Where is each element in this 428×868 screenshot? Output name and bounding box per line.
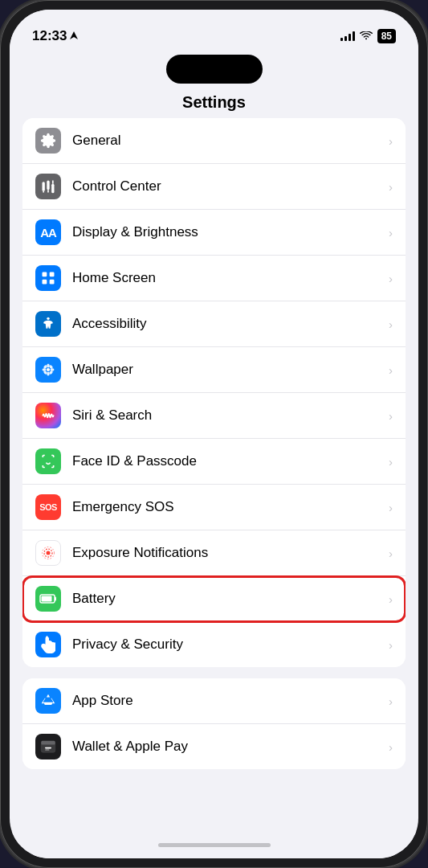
- general-chevron: ›: [389, 134, 393, 148]
- phone-frame: 12:33: [0, 0, 428, 868]
- exposure-icon-bg: [35, 540, 61, 566]
- row-display-brightness[interactable]: AA Display & Brightness ›: [22, 210, 406, 256]
- nav-bar: Settings: [10, 84, 418, 118]
- accessibility-icon-bg: [35, 311, 61, 337]
- svg-rect-2: [51, 184, 54, 194]
- row-battery[interactable]: Battery ›: [22, 576, 406, 622]
- control-center-label: Control Center: [72, 178, 389, 194]
- exposure-chevron: ›: [389, 547, 393, 560]
- row-wallpaper[interactable]: Wallpaper ›: [22, 347, 406, 393]
- accessibility-icon: [40, 316, 56, 332]
- svg-point-13: [47, 372, 49, 376]
- emergency-icon-bg: SOS: [35, 494, 61, 520]
- display-chevron: ›: [389, 226, 393, 240]
- display-icon: AA: [35, 219, 61, 245]
- wallpaper-chevron: ›: [389, 363, 393, 377]
- row-home-screen[interactable]: Home Screen ›: [22, 256, 406, 301]
- wallpaper-icon-bg: [35, 357, 61, 383]
- settings-content[interactable]: General › Cont: [10, 118, 418, 831]
- general-icon: [35, 128, 61, 154]
- control-center-chevron: ›: [389, 180, 393, 194]
- wallpaper-label: Wallpaper: [72, 362, 389, 378]
- face-id-chevron: ›: [389, 455, 393, 469]
- exposure-label: Exposure Notifications: [72, 545, 389, 561]
- phone-screen: 12:33: [10, 10, 418, 858]
- row-exposure[interactable]: Exposure Notifications ›: [22, 530, 406, 576]
- svg-rect-6: [43, 272, 47, 277]
- battery-label: Battery: [72, 591, 389, 607]
- row-siri[interactable]: Siri & Search ›: [22, 393, 406, 439]
- privacy-icon-bg: [35, 632, 61, 657]
- row-wallet[interactable]: Wallet & Apple Pay ›: [22, 724, 406, 769]
- row-accessibility[interactable]: Accessibility ›: [22, 301, 406, 347]
- location-icon: [70, 31, 78, 41]
- wifi-icon: [360, 31, 373, 41]
- wallet-icon-bg: [35, 734, 61, 760]
- battery-icon-bg: [35, 586, 61, 612]
- battery-percentage: 85: [381, 31, 392, 42]
- app-store-icon: [40, 693, 56, 709]
- row-emergency-sos[interactable]: SOS Emergency SOS ›: [22, 485, 406, 530]
- siri-label: Siri & Search: [72, 407, 389, 424]
- privacy-chevron: ›: [389, 638, 393, 652]
- row-general[interactable]: General ›: [22, 118, 406, 164]
- app-store-label: App Store: [72, 693, 389, 709]
- signal-icon: [340, 31, 355, 41]
- home-bar: [158, 843, 271, 847]
- hand-icon: [41, 636, 55, 653]
- accessibility-label: Accessibility: [72, 316, 389, 332]
- svg-rect-25: [55, 597, 56, 601]
- battery-chevron: ›: [389, 592, 393, 606]
- flower-icon: [40, 362, 56, 378]
- row-privacy[interactable]: Privacy & Security ›: [22, 622, 406, 667]
- dynamic-island: [166, 55, 263, 84]
- app-store-chevron: ›: [389, 694, 393, 708]
- sliders-icon: [40, 178, 56, 194]
- row-control-center[interactable]: Control Center ›: [22, 164, 406, 210]
- svg-rect-1: [47, 181, 49, 190]
- svg-rect-7: [50, 272, 55, 277]
- status-icons: 85: [340, 29, 396, 43]
- home-screen-chevron: ›: [389, 272, 393, 285]
- svg-point-15: [51, 368, 55, 371]
- home-screen-label: Home Screen: [72, 270, 389, 286]
- svg-point-10: [47, 317, 49, 320]
- status-time: 12:33: [32, 28, 78, 44]
- svg-point-12: [47, 364, 49, 368]
- svg-rect-8: [43, 280, 47, 285]
- emergency-chevron: ›: [389, 501, 393, 514]
- status-bar: 12:33: [10, 10, 418, 51]
- battery-status-display: 85: [377, 29, 396, 43]
- wallet-chevron: ›: [389, 740, 393, 754]
- svg-rect-9: [50, 280, 55, 285]
- gear-icon: [40, 133, 56, 149]
- svg-rect-24: [42, 596, 52, 602]
- face-id-label: Face ID & Passcode: [72, 453, 389, 469]
- face-id-icon: [40, 453, 56, 469]
- privacy-label: Privacy & Security: [72, 637, 389, 653]
- settings-section-1: General › Cont: [22, 118, 406, 667]
- app-store-icon-bg: [35, 688, 61, 714]
- page-title: Settings: [182, 93, 246, 112]
- row-app-store[interactable]: App Store ›: [22, 678, 406, 724]
- wallet-label: Wallet & Apple Pay: [72, 739, 389, 755]
- general-label: General: [72, 133, 389, 149]
- home-screen-icon: [35, 265, 61, 291]
- svg-point-20: [47, 551, 51, 555]
- exposure-icon: [40, 545, 56, 561]
- grid-icon: [40, 270, 56, 286]
- row-face-id[interactable]: Face ID & Passcode ›: [22, 439, 406, 485]
- time-display: 12:33: [32, 28, 67, 44]
- settings-section-2: App Store › Wallet & Apple Pay ›: [22, 678, 406, 769]
- svg-point-11: [47, 368, 50, 371]
- svg-point-14: [43, 368, 47, 371]
- siri-waveform-icon: [40, 407, 56, 424]
- battery-icon: [39, 593, 57, 604]
- accessibility-chevron: ›: [389, 317, 393, 331]
- emergency-label: Emergency SOS: [72, 499, 389, 515]
- control-center-icon: [35, 174, 61, 199]
- display-label: Display & Brightness: [72, 224, 389, 240]
- home-indicator[interactable]: [10, 831, 418, 858]
- siri-chevron: ›: [389, 409, 393, 423]
- svg-rect-0: [43, 182, 45, 191]
